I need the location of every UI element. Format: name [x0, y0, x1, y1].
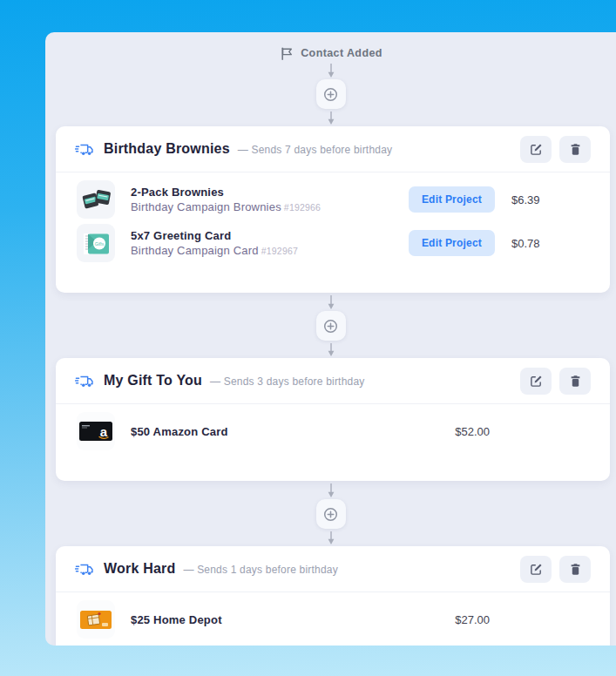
svg-text:Gifts: Gifts: [95, 241, 105, 247]
circle-plus-icon: [323, 507, 338, 522]
card-subtitle: — Sends 3 days before birthday: [210, 375, 364, 388]
product-name: 2-Pack Brownies: [131, 186, 321, 199]
delete-card-button[interactable]: [559, 136, 591, 163]
product-project: Birthday Campaign Card#192967: [131, 244, 298, 257]
trash-icon: [570, 563, 581, 576]
flag-icon: [279, 46, 294, 61]
trigger-node: Contact Added: [279, 45, 382, 61]
product-price: $0.78: [511, 237, 560, 250]
product-price: $27.00: [455, 613, 490, 626]
connector-arrow-icon: [326, 295, 336, 310]
pencil-square-icon: [530, 563, 543, 576]
card-title-wrap: My Gift To You — Sends 3 days before bir…: [104, 373, 364, 389]
product-row: 2-Pack Brownies Birthday Campaign Browni…: [56, 178, 610, 221]
product-row: $25 Home Depot $27.00: [56, 598, 610, 641]
card-title: Birthday Brownies: [104, 141, 230, 157]
card-title-wrap: Work Hard — Sends 1 days before birthday: [104, 561, 338, 577]
card-subtitle: — Sends 7 days before birthday: [238, 144, 392, 156]
connector-arrow-icon: [326, 531, 336, 545]
trash-icon: [570, 375, 581, 388]
brownies-2pack-thumbnail: [77, 180, 115, 219]
product-name: $50 Amazon Card: [131, 425, 228, 438]
product-id: #192966: [284, 202, 321, 213]
product-row: a $50 Amazon Card $52.00: [56, 409, 610, 453]
product-price: $52.00: [455, 425, 490, 438]
shipping-truck-icon: [75, 562, 94, 577]
pencil-square-icon: [530, 375, 543, 388]
edit-card-button[interactable]: [520, 368, 552, 395]
product-name: $25 Home Depot: [131, 613, 222, 626]
campaign-card: Work Hard — Sends 1 days before birthday: [56, 546, 610, 646]
greeting-card-thumbnail: Gifts: [77, 224, 115, 262]
shipping-truck-icon: [75, 142, 94, 157]
trash-icon: [570, 143, 581, 156]
app-background: { "trigger": { "label": "Contact Added" …: [0, 0, 616, 676]
delete-card-button[interactable]: [559, 556, 591, 583]
shipping-truck-icon: [75, 374, 94, 389]
product-name: 5x7 Greeting Card: [131, 229, 298, 242]
connector-arrow-icon: [326, 343, 336, 357]
connector-arrow-icon: [326, 483, 336, 498]
card-header: Work Hard — Sends 1 days before birthday: [56, 546, 610, 592]
add-step-button[interactable]: [316, 79, 346, 109]
campaign-card: Birthday Brownies — Sends 7 days before …: [56, 126, 610, 293]
edit-project-button[interactable]: Edit Project: [409, 186, 495, 213]
trigger-label: Contact Added: [301, 47, 382, 59]
product-row: Gifts 5x7 Greeting Card Birthday Campaig…: [56, 221, 610, 265]
edit-project-button[interactable]: Edit Project: [409, 230, 495, 256]
card-header: My Gift To You — Sends 3 days before bir…: [56, 358, 610, 404]
product-price: $6.39: [511, 193, 560, 206]
product-project: Birthday Campaign Brownies#192966: [131, 200, 321, 213]
edit-card-button[interactable]: [520, 556, 552, 583]
card-header: Birthday Brownies — Sends 7 days before …: [56, 126, 610, 172]
pencil-square-icon: [530, 143, 543, 156]
circle-plus-icon: [323, 319, 338, 334]
connector-arrow-icon: [326, 64, 336, 78]
add-step-button[interactable]: [316, 499, 346, 529]
card-title-wrap: Birthday Brownies — Sends 7 days before …: [104, 141, 392, 157]
campaign-flow: Contact Added Birthday Brownies — Sends …: [45, 32, 616, 646]
card-title: Work Hard: [104, 561, 175, 577]
card-subtitle: — Sends 1 days before birthday: [183, 564, 337, 576]
circle-plus-icon: [323, 87, 338, 102]
home-depot-gift-card-thumbnail: [77, 600, 115, 639]
campaign-card: My Gift To You — Sends 3 days before bir…: [56, 358, 610, 481]
edit-card-button[interactable]: [520, 136, 552, 163]
product-id: #192967: [261, 246, 298, 256]
campaign-flow-panel: Contact Added Birthday Brownies — Sends …: [45, 32, 616, 646]
amazon-gift-card-thumbnail: a: [77, 412, 115, 450]
connector-arrow-icon: [326, 112, 336, 125]
add-step-button[interactable]: [316, 311, 346, 341]
card-title: My Gift To You: [104, 373, 202, 389]
delete-card-button[interactable]: [559, 368, 591, 395]
svg-text:a: a: [100, 424, 108, 439]
